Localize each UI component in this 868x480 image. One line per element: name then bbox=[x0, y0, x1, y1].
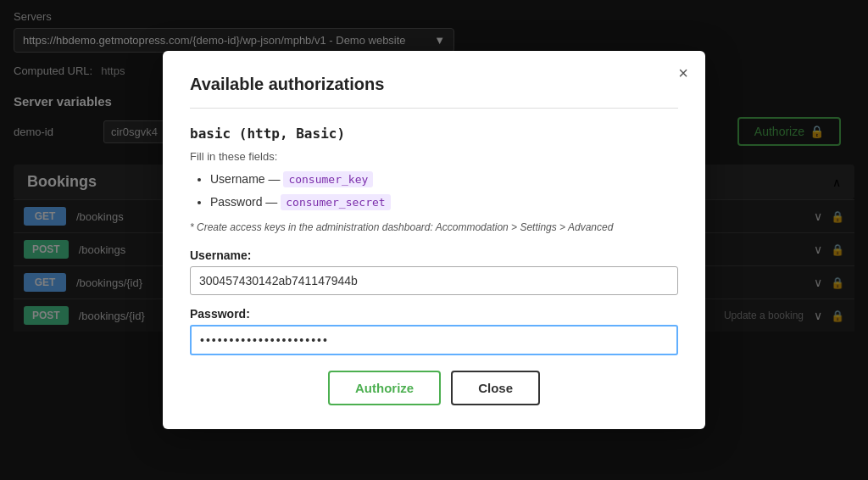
username-label: Username: bbox=[190, 248, 678, 262]
close-button[interactable]: Close bbox=[451, 371, 540, 405]
auth-section-title: basic (http, Basic) bbox=[190, 126, 678, 142]
field-name-username: Username bbox=[210, 172, 265, 186]
username-input[interactable] bbox=[190, 266, 678, 295]
dash-separator: — bbox=[268, 172, 283, 186]
dash-separator: — bbox=[265, 195, 281, 209]
modal-close-button[interactable]: × bbox=[678, 64, 688, 81]
fill-label: Fill in these fields: bbox=[190, 150, 678, 163]
note-text: * Create access keys in the administrati… bbox=[190, 220, 678, 235]
auth-type-label: basic (http, Basic) bbox=[190, 126, 345, 142]
field-key-password: consumer_secret bbox=[281, 194, 390, 210]
modal-buttons: Authorize Close bbox=[190, 371, 678, 405]
password-label: Password: bbox=[190, 307, 678, 321]
list-item: Password — consumer_secret bbox=[210, 193, 678, 212]
authorize-button[interactable]: Authorize bbox=[328, 371, 441, 405]
modal-dialog: Available authorizations × basic (http, … bbox=[163, 51, 705, 430]
field-name-password: Password bbox=[210, 195, 262, 209]
modal-overlay: Available authorizations × basic (http, … bbox=[0, 0, 868, 480]
field-key-username: consumer_key bbox=[283, 171, 373, 187]
list-item: Username — consumer_key bbox=[210, 170, 678, 189]
password-input[interactable] bbox=[190, 325, 678, 355]
fields-list: Username — consumer_key Password — consu… bbox=[190, 170, 678, 212]
modal-title: Available authorizations bbox=[190, 75, 678, 109]
